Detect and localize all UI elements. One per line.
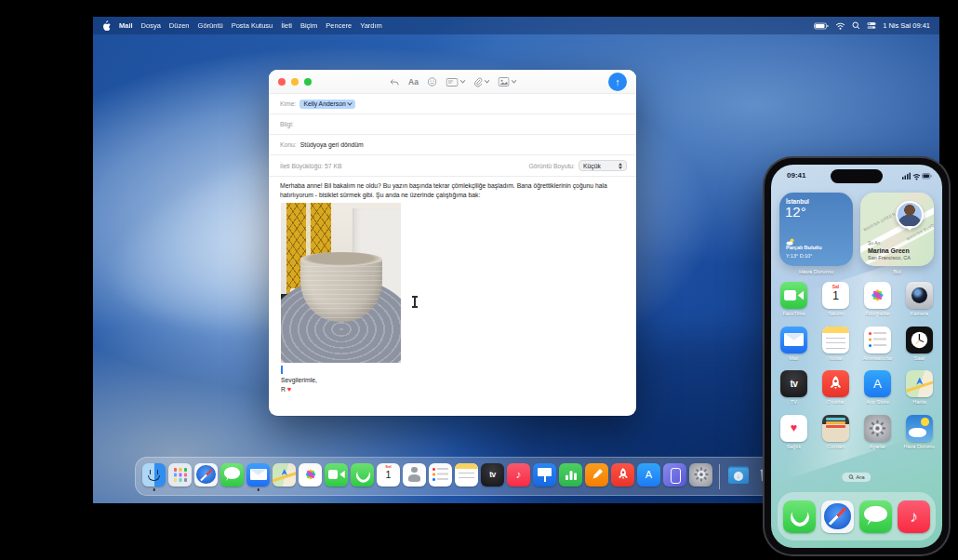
iphone-app-maps[interactable]: Harita [898, 370, 940, 415]
dock-item-messages[interactable] [220, 461, 244, 492]
iphone-app-games[interactable]: Oyunlar [815, 370, 857, 415]
iphone-app-facetime[interactable]: FaceTime [773, 282, 815, 327]
menubar-item-8[interactable]: Yardım [360, 21, 382, 30]
menubar-item-2[interactable]: Düzen [169, 21, 190, 30]
mouse-cursor-ibeam [414, 297, 416, 307]
menubar-item-5[interactable]: İleti [281, 21, 292, 30]
format-button[interactable]: Aa [408, 77, 419, 87]
iphone-app-photos[interactable]: Fotoğraflar [857, 282, 898, 327]
games-icon [822, 370, 849, 397]
iphone-app-health[interactable]: ♥Sağlık [773, 415, 815, 460]
menubar-item-4[interactable]: Posta Kutusu [232, 21, 273, 30]
minimize-button[interactable] [291, 78, 299, 86]
subject-field[interactable]: Konu: Stüdyoya geri döndüm [269, 135, 636, 155]
dock-item-mail[interactable] [246, 461, 270, 492]
dock-item-launchpad[interactable] [168, 461, 192, 492]
spotlight-search-pill[interactable]: Ara [842, 473, 871, 482]
iphone-app-clock[interactable]: Saat [898, 327, 940, 371]
wifi-icon[interactable] [835, 22, 845, 30]
dock-item-phone[interactable] [351, 461, 374, 492]
iphone-app-weather[interactable]: Hava Durumu [898, 415, 940, 460]
iphone-app-wallet[interactable]: Cüzdan [815, 415, 857, 460]
iphone-app-notes[interactable]: Notlar [815, 327, 857, 371]
dock-item-tv[interactable]: tv [481, 461, 504, 492]
iphone-dock-safari[interactable] [821, 500, 854, 533]
menubar-item-7[interactable]: Pencere [326, 21, 352, 30]
iphone-dock-phone[interactable] [783, 500, 816, 533]
iphone-status-icons [902, 172, 932, 180]
attach-button[interactable] [474, 77, 489, 87]
chevron-down-icon [347, 100, 353, 105]
dock-item-calendar[interactable]: Sal1 [377, 461, 400, 492]
iphone-app-tv[interactable]: tvTV [773, 370, 815, 415]
recipient-token[interactable]: Kelly Anderson [299, 100, 354, 109]
dock-item-iphone-mirroring[interactable] [663, 461, 686, 492]
settings-icon [689, 463, 712, 487]
dock-item-facetime[interactable] [325, 461, 348, 492]
app-label: FaceTime [782, 311, 805, 316]
iphone-app-calendar[interactable]: Sal1Takvim [815, 282, 857, 327]
wifi-icon [913, 175, 920, 180]
dock-item-finder[interactable] [142, 461, 166, 492]
app-label: Harita [912, 399, 926, 405]
launchpad-icon [168, 463, 192, 487]
cc-field[interactable]: Bilgi: [269, 114, 636, 135]
dock-item-downloads[interactable] [726, 461, 750, 492]
dock-item-safari[interactable] [194, 461, 218, 492]
dock-item-contacts[interactable] [403, 461, 426, 492]
mail-icon [780, 327, 807, 353]
search-icon[interactable] [852, 21, 860, 30]
signature-block[interactable]: Sevgilerimle, R ♥ [281, 377, 317, 394]
dock-item-pages[interactable] [585, 461, 608, 492]
games-icon [611, 463, 634, 487]
undo-icon[interactable] [389, 78, 399, 87]
tv-icon: tv [780, 370, 807, 397]
dock-item-music[interactable]: ♪ [507, 461, 530, 492]
dock-item-photos[interactable] [299, 461, 322, 492]
dock-item-numbers[interactable] [559, 461, 582, 492]
message-body-text[interactable]: Merhaba anne! Bil bakalım ne oldu? Bu ya… [280, 181, 625, 199]
dock-item-maps[interactable] [273, 461, 296, 492]
menubar-item-0[interactable]: Mail [119, 21, 133, 30]
menubar-clock[interactable]: 1 Nis Sal 09:41 [883, 21, 930, 30]
signal-icon [902, 173, 911, 180]
send-button[interactable]: ↑ [608, 73, 627, 91]
phone-icon [783, 500, 816, 533]
dock-item-settings[interactable] [689, 461, 712, 492]
contacts-icon [403, 463, 426, 487]
dock-item-appstore[interactable]: A [637, 461, 660, 492]
emoji-icon[interactable] [428, 77, 437, 87]
dock-item-games[interactable] [611, 461, 634, 492]
battery-icon[interactable] [814, 22, 829, 30]
findmy-widget[interactable]: MARINA GREEN DR MARINA BLVD Şu An Marina… [860, 193, 934, 266]
window-controls [278, 78, 312, 86]
weather-widget-label: Hava Durumu [779, 269, 853, 274]
header-fields-button[interactable] [446, 78, 465, 87]
notes-icon [822, 327, 849, 353]
apple-menu-icon[interactable] [102, 20, 111, 31]
dock-item-keynote[interactable] [533, 461, 556, 492]
control-center-icon[interactable] [867, 21, 876, 30]
attached-photo[interactable] [281, 203, 401, 363]
zoom-button[interactable] [304, 78, 312, 86]
dock-item-reminders[interactable] [429, 461, 452, 492]
dock-item-notes[interactable] [455, 461, 478, 492]
iphone-app-camera[interactable]: Kamera [898, 282, 940, 327]
mail-compose-window: Aa ↑ Kime: [269, 70, 636, 416]
iphone-app-mail[interactable]: Mail [773, 327, 815, 371]
menubar-item-6[interactable]: Biçim [300, 21, 317, 30]
image-size-select[interactable]: Küçük [579, 160, 627, 171]
menubar-item-1[interactable]: Dosya [141, 21, 161, 30]
close-button[interactable] [278, 78, 286, 86]
weather-widget[interactable]: İstanbul 12° Parçalı Bulutlu Y:13° D:10° [779, 193, 853, 266]
iphone-app-settings[interactable]: Ayarlar [857, 415, 898, 460]
music-icon: ♪ [507, 463, 530, 487]
menubar-item-3[interactable]: Görüntü [198, 21, 223, 30]
iphone-dock-messages[interactable] [859, 500, 892, 533]
phone-icon [351, 463, 374, 487]
iphone-dock-music[interactable]: ♪ [898, 500, 930, 533]
insert-media-button[interactable] [499, 77, 516, 87]
iphone-app-reminders[interactable]: Anımsatıcılar [857, 327, 898, 371]
iphone-app-appstore[interactable]: AApp Store [857, 370, 898, 415]
to-field[interactable]: Kime: Kelly Anderson [269, 94, 636, 114]
